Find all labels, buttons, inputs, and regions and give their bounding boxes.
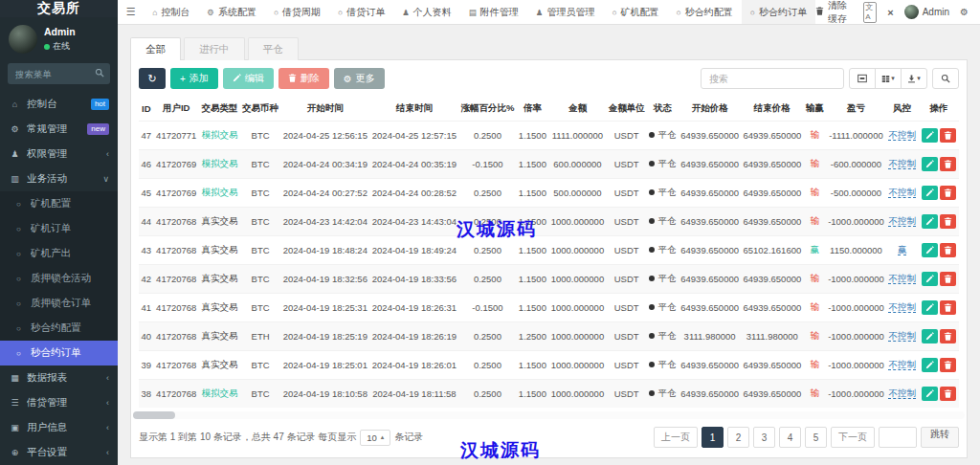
topnav-tab-console[interactable]: ⌂控制台	[144, 0, 198, 24]
jump-button[interactable]: 跳转	[921, 427, 959, 448]
topnav-tab-profile[interactable]: ♟个人资料	[393, 0, 460, 24]
topnav-tab-miner-config[interactable]: ○矿机配置	[603, 0, 667, 24]
columns-button[interactable]: ▾	[875, 68, 902, 89]
more-button[interactable]: ⚙更多	[334, 68, 385, 89]
sidebar-item-pledge-lock-activity[interactable]: ○质押锁仓活动	[0, 266, 118, 291]
edit-row-button[interactable]	[922, 214, 938, 229]
topbar-user[interactable]: Admin	[904, 5, 949, 19]
edit-row-button[interactable]	[922, 272, 938, 286]
sidebar-item-second-contract-config[interactable]: ○秒合约配置	[0, 316, 118, 341]
edit-row-button[interactable]	[922, 329, 938, 343]
table-row: 4141720768真实交易BTC2024-04-19 18:25:312024…	[139, 294, 959, 322]
sidebar-item-general-management[interactable]: ⚙常规管理new	[0, 117, 118, 142]
delete-row-button[interactable]	[940, 358, 956, 372]
tab-closed[interactable]: 平仓	[248, 37, 299, 60]
risk-link[interactable]: 不控制	[888, 359, 916, 370]
page-number-4[interactable]: 4	[779, 427, 801, 448]
delete-row-button[interactable]	[940, 272, 956, 286]
jump-input[interactable]	[879, 427, 917, 448]
edit-row-button[interactable]	[922, 387, 938, 401]
risk-link[interactable]: 不控制	[888, 215, 916, 227]
delete-row-button[interactable]	[940, 300, 956, 315]
table-header-cell: 盈亏	[826, 97, 886, 122]
delete-button[interactable]: 删除	[278, 68, 329, 89]
delete-row-button[interactable]	[940, 157, 956, 171]
risk-link[interactable]: 不控制	[888, 158, 916, 169]
page-number-2[interactable]: 2	[727, 427, 749, 448]
delete-row-button[interactable]	[940, 214, 956, 229]
delete-row-button[interactable]	[940, 329, 956, 343]
search-button[interactable]	[932, 68, 959, 89]
status-label: 平仓	[657, 187, 676, 197]
cell-result: 输	[803, 322, 825, 351]
per-page-select[interactable]: 10	[360, 430, 390, 446]
edit-row-button[interactable]	[922, 358, 938, 372]
topnav-tab-second-contract-orders[interactable]: ○秒合约订单	[742, 0, 815, 24]
refresh-button[interactable]: ↻	[139, 68, 166, 89]
risk-link[interactable]: 不控制	[888, 330, 916, 342]
risk-link[interactable]: 不控制	[888, 129, 916, 141]
edit-row-button[interactable]	[922, 186, 938, 200]
risk-link[interactable]: 赢	[898, 244, 907, 255]
sidebar-item-miner-orders[interactable]: ○矿机订单	[0, 216, 118, 241]
cell-ops	[918, 351, 959, 380]
topnav-tab-loan-orders[interactable]: ○借贷订单	[329, 0, 393, 24]
online-dot-icon	[44, 44, 50, 50]
export-button[interactable]: ▾	[901, 68, 927, 89]
risk-link[interactable]: 不控制	[888, 301, 916, 313]
sidebar-item-data-report[interactable]: ▦数据报表‹	[0, 365, 118, 390]
trash-icon	[815, 7, 824, 17]
status-dot-icon	[649, 333, 655, 339]
table-header-cell: 操作	[918, 97, 959, 122]
sidebar-item-console[interactable]: ⌂控制台hot	[0, 92, 118, 117]
edit-row-button[interactable]	[922, 300, 938, 315]
toggle-view-button[interactable]	[849, 68, 876, 89]
add-button[interactable]: +添加	[170, 68, 218, 89]
delete-row-button[interactable]	[940, 387, 956, 401]
h-scrollbar[interactable]	[133, 411, 965, 419]
sidebar-item-business-activity[interactable]: ▥业务活动∨	[0, 166, 118, 191]
sidebar-item-second-contract-orders[interactable]: ○秒合约订单	[0, 341, 118, 365]
sidebar: 交易所 Admin 在线 ⌂控制台hot⚙常规管理new♟权限管理‹▥业务活动∨…	[0, 0, 118, 465]
edit-button[interactable]: 编辑	[223, 68, 274, 89]
delete-row-button[interactable]	[940, 128, 956, 143]
fullscreen-icon[interactable]: ×	[887, 7, 893, 18]
sidebar-item-loan-management[interactable]: ☰借贷管理‹	[0, 390, 118, 415]
sidebar-item-miner-output[interactable]: ○矿机产出	[0, 241, 118, 266]
trade-type-label: 真实交易	[201, 273, 237, 283]
sidebar-item-permission-management[interactable]: ♟权限管理‹	[0, 142, 118, 166]
clear-cache-button[interactable]: 清除缓存	[815, 0, 853, 26]
delete-row-button[interactable]	[940, 243, 956, 257]
page-next[interactable]: 下一页	[831, 427, 875, 448]
search-icon[interactable]	[95, 68, 104, 79]
scrollbar-handle[interactable]	[133, 411, 175, 419]
edit-row-button[interactable]	[922, 128, 938, 143]
topnav-tab-second-contract-config[interactable]: ○秒合约配置	[668, 0, 742, 24]
topnav-tab-system-config[interactable]: ⚙系统配置	[198, 0, 265, 24]
sidebar-item-user-info[interactable]: ▣用户信息‹	[0, 415, 118, 440]
menu-toggle-icon[interactable]: ☰	[118, 0, 144, 24]
settings-icon[interactable]: ⚙	[960, 7, 969, 17]
page-number-1[interactable]: 1	[702, 427, 724, 448]
edit-row-button[interactable]	[922, 243, 938, 257]
cell-risk: 不控制	[886, 179, 918, 208]
risk-link[interactable]: 不控制	[888, 273, 916, 284]
risk-link[interactable]: 不控制	[888, 388, 916, 399]
topnav-tab-attachment-management[interactable]: ▤附件管理	[460, 0, 527, 24]
tab-running[interactable]: 进行中	[184, 37, 245, 60]
sidebar-item-label: 借贷管理	[27, 396, 100, 410]
sidebar-item-pledge-lock-orders[interactable]: ○质押锁仓订单	[0, 291, 118, 316]
sidebar-item-miner-config[interactable]: ○矿机配置	[0, 191, 118, 216]
table-search-input[interactable]	[701, 68, 844, 89]
page-number-3[interactable]: 3	[753, 427, 775, 448]
topnav-tab-loan-cycle[interactable]: ○借贷周期	[265, 0, 329, 24]
page-prev[interactable]: 上一页	[654, 427, 698, 448]
page-number-5[interactable]: 5	[805, 427, 827, 448]
tab-all[interactable]: 全部	[130, 37, 181, 60]
translate-icon[interactable]: 文A	[863, 2, 877, 23]
delete-row-button[interactable]	[940, 186, 956, 200]
topnav-tab-admin-management[interactable]: ♟管理员管理	[527, 0, 604, 24]
edit-row-button[interactable]	[922, 157, 938, 171]
sidebar-item-platform-settings[interactable]: ⊕平台设置‹	[0, 440, 118, 465]
risk-link[interactable]: 不控制	[888, 187, 916, 198]
